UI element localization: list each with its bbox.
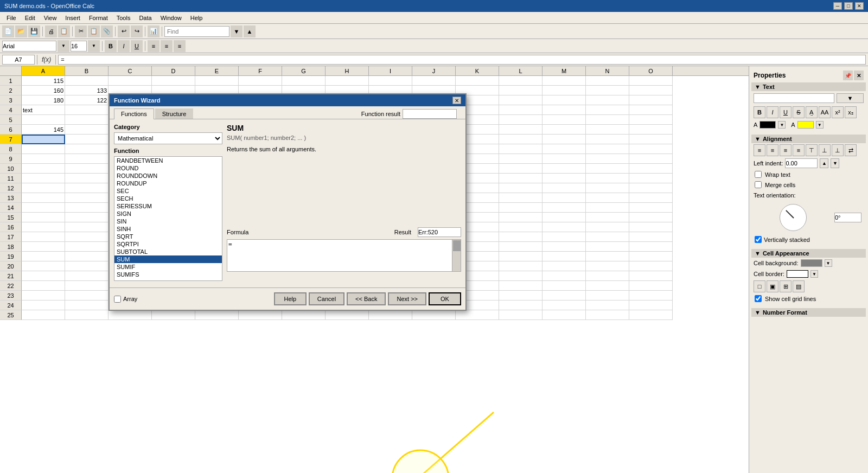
italic-button[interactable]: I [118, 40, 130, 52]
vertically-stacked-checkbox[interactable] [755, 236, 762, 243]
help-button[interactable]: Help [274, 292, 307, 305]
uppercase-prop-button[interactable]: AA [819, 106, 831, 118]
menu-insert[interactable]: Insert [61, 14, 85, 22]
new-button[interactable]: 📄 [2, 25, 14, 37]
function-result-input[interactable] [403, 109, 457, 119]
subscript-prop-button[interactable]: x₂ [845, 106, 857, 118]
tab-functions[interactable]: Functions [114, 108, 154, 119]
copy-button[interactable]: 📋 [88, 25, 100, 37]
bold-button[interactable]: B [105, 40, 117, 52]
cancel-button[interactable]: Cancel [309, 292, 344, 305]
align-center-button[interactable]: ≡ [161, 40, 173, 52]
align-left-button[interactable]: ≡ [148, 40, 159, 52]
maximize-button[interactable]: □ [844, 2, 853, 10]
function-item-seriessum[interactable]: SERIESSUM [114, 202, 222, 210]
function-item-roundup[interactable]: ROUNDUP [114, 180, 222, 187]
function-item-sumif[interactable]: SUMIF [114, 263, 222, 271]
find-prev-button[interactable]: ▲ [244, 25, 256, 37]
ok-button[interactable]: OK [429, 292, 461, 305]
function-item-sqrt[interactable]: SQRT [114, 233, 222, 240]
function-item-sinh[interactable]: SINH [114, 225, 222, 233]
font-family-dropdown[interactable]: ▼ [58, 40, 69, 52]
left-indent-up[interactable]: ▲ [820, 158, 828, 168]
paste-button[interactable]: 📎 [101, 25, 113, 37]
highlight-color-box[interactable] [797, 121, 814, 129]
bold-prop-button[interactable]: B [754, 106, 765, 118]
strikethrough-prop-button[interactable]: S [793, 106, 805, 118]
number-format-title[interactable]: ▼ Number Format [751, 308, 866, 317]
menu-data[interactable]: Data [135, 14, 156, 22]
menu-help[interactable]: Help [186, 14, 207, 22]
text-section-title[interactable]: ▼ Text [751, 82, 866, 91]
alignment-section-title[interactable]: ▼ Alignment [751, 135, 866, 143]
font-size-input[interactable] [71, 41, 87, 52]
align-bottom-prop[interactable]: ⊥ [832, 144, 844, 156]
function-item-sech[interactable]: SECH [114, 195, 222, 202]
function-item-sqrtpi[interactable]: SQRTPI [114, 240, 222, 248]
menu-window[interactable]: Window [156, 14, 186, 22]
function-item-rounddown[interactable]: ROUNDDOWN [114, 172, 222, 180]
text-style-dropdown[interactable]: ▼ [837, 93, 864, 103]
function-item-sec[interactable]: SEC [114, 187, 222, 195]
function-item-sum[interactable]: SUM [114, 255, 222, 263]
font-color-box[interactable] [760, 121, 776, 129]
menu-view[interactable]: View [40, 14, 61, 22]
font-size-dropdown[interactable]: ▼ [88, 40, 100, 52]
formula-textarea[interactable]: = [227, 240, 452, 271]
search-input[interactable] [164, 26, 229, 37]
left-indent-down[interactable]: ▼ [831, 158, 839, 168]
redo-button[interactable]: ↪ [131, 25, 143, 37]
function-item-sumifs[interactable]: SUMIFS [114, 271, 222, 278]
properties-close-button[interactable]: ✕ [854, 71, 864, 80]
formula-scrollbar-thumb[interactable] [453, 240, 461, 251]
close-button[interactable]: ✕ [855, 2, 864, 10]
cell-reference-input[interactable] [2, 55, 35, 65]
cell-border-dropdown[interactable]: ▼ [810, 270, 818, 278]
align-right-prop[interactable]: ≡ [780, 144, 792, 156]
left-indent-input[interactable] [785, 158, 818, 168]
save-button[interactable]: 💾 [28, 25, 40, 37]
underline-prop-button[interactable]: U [780, 106, 792, 118]
wrap-text-checkbox[interactable] [755, 171, 762, 178]
merge-cells-checkbox[interactable] [755, 181, 762, 188]
function-item-randbetween[interactable]: RANDBETWEEN [114, 157, 222, 164]
underline-button[interactable]: U [131, 40, 143, 52]
align-top-prop[interactable]: ⊤ [806, 144, 818, 156]
function-item-round[interactable]: ROUND [114, 164, 222, 172]
border-style-2[interactable]: ▣ [767, 280, 778, 292]
border-style-3[interactable]: ⊞ [780, 280, 792, 292]
pdf-button[interactable]: 📋 [58, 25, 70, 37]
orientation-input[interactable] [834, 213, 861, 222]
menu-tools[interactable]: Tools [112, 14, 135, 22]
highlight-color-dropdown[interactable]: ▼ [816, 121, 824, 129]
open-button[interactable]: 📂 [15, 25, 27, 37]
function-item-subtotal[interactable]: SUBTOTAL [114, 248, 222, 255]
find-next-button[interactable]: ▼ [231, 25, 242, 37]
border-style-1[interactable]: □ [754, 280, 765, 292]
align-center-prop[interactable]: ≡ [767, 144, 778, 156]
dialog-close-button[interactable]: ✕ [452, 97, 461, 104]
shadow-prop-button[interactable]: A̤ [806, 106, 818, 118]
superscript-prop-button[interactable]: x² [832, 106, 844, 118]
show-grid-checkbox[interactable] [755, 295, 762, 302]
menu-file[interactable]: File [2, 14, 21, 22]
tab-structure[interactable]: Structure [155, 108, 194, 119]
minimize-button[interactable]: ─ [833, 2, 842, 10]
menu-edit[interactable]: Edit [21, 14, 40, 22]
menu-format[interactable]: Format [85, 14, 112, 22]
align-right-button[interactable]: ≡ [174, 40, 186, 52]
properties-pin-button[interactable]: 📌 [843, 71, 853, 80]
align-middle-prop[interactable]: ⊥ [819, 144, 831, 156]
orientation-widget[interactable] [780, 204, 807, 231]
function-item-sign[interactable]: SIGN [114, 210, 222, 218]
chart-button[interactable]: 📊 [148, 25, 159, 37]
category-select[interactable]: Mathematical All Array Database Date&Tim… [114, 132, 222, 144]
font-family-input[interactable] [2, 41, 56, 52]
border-style-4[interactable]: ▤ [793, 280, 805, 292]
function-list[interactable]: RANDBETWEEN ROUND ROUNDDOWN ROUNDUP SEC … [114, 156, 222, 281]
cell-appearance-title[interactable]: ▼ Cell Appearance [751, 249, 866, 258]
array-checkbox[interactable] [114, 296, 121, 303]
formula-scrollbar[interactable] [452, 240, 461, 271]
cell-background-box[interactable] [801, 259, 822, 267]
text-dir-prop[interactable]: ⇄ [845, 144, 857, 156]
